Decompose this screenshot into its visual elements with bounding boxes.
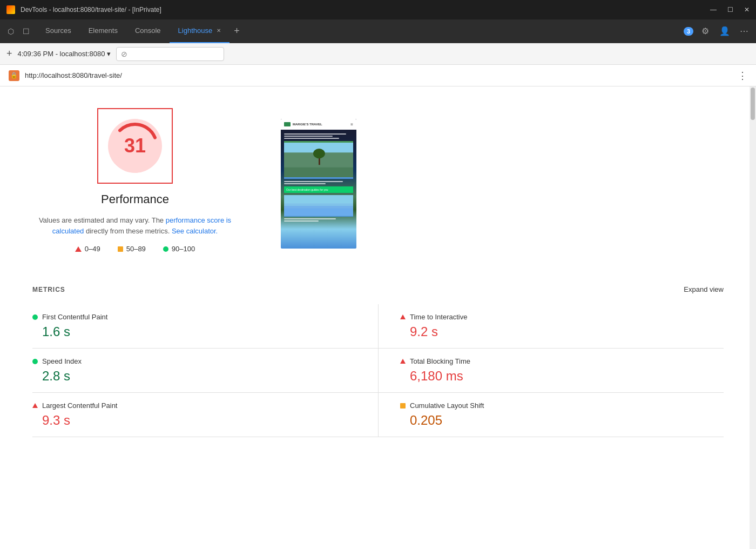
- title-bar-controls: — ☐ ✕: [710, 6, 750, 14]
- metric-cls: Cumulative Layout Shift 0.205: [378, 393, 724, 437]
- tabs: Sources Elements Console Lighthouse ✕ +: [37, 19, 244, 43]
- svg-point-6: [313, 149, 325, 158]
- site-logo: [284, 122, 291, 126]
- address-url-box[interactable]: ⊘: [116, 47, 224, 61]
- tab-console[interactable]: Console: [126, 19, 170, 43]
- metric-tti-name: Time to Interactive: [410, 313, 467, 321]
- address-add-button[interactable]: +: [6, 48, 12, 59]
- metric-cls-name: Cumulative Layout Shift: [410, 401, 484, 410]
- profile-icon[interactable]: 👤: [717, 24, 732, 39]
- metric-good-icon: [32, 314, 38, 320]
- square-icon: [118, 246, 123, 252]
- content-area: 31 Performance Values are estimated and …: [0, 86, 756, 549]
- score-circle: 31: [108, 119, 162, 173]
- tab-bar-right: 3 ⚙ 👤 ⋯: [684, 24, 752, 39]
- tab-sources[interactable]: Sources: [37, 19, 80, 43]
- score-legend: 0–49 50–89 90–100: [75, 245, 195, 253]
- metric-good-icon-2: [32, 359, 38, 364]
- metric-tti: Time to Interactive 9.2 s: [378, 304, 724, 349]
- inspect-icon[interactable]: ☐: [19, 25, 32, 38]
- triangle-icon: [75, 246, 82, 252]
- tab-lighthouse[interactable]: Lighthouse ✕: [170, 19, 230, 43]
- scrollbar-thumb[interactable]: [751, 88, 755, 120]
- close-button[interactable]: ✕: [744, 6, 750, 14]
- tab-elements[interactable]: Elements: [80, 19, 126, 43]
- main-content: 31 Performance Values are estimated and …: [0, 86, 756, 549]
- performance-score-card: 31: [97, 108, 173, 184]
- page-menu-icon[interactable]: ⋮: [738, 70, 747, 82]
- metric-tti-value: 9.2 s: [410, 324, 724, 339]
- metric-tti-header: Time to Interactive: [400, 313, 724, 321]
- metric-tbt-value: 6,180 ms: [410, 369, 724, 384]
- screenshot-bottom-image: [284, 195, 353, 217]
- tab-add-button[interactable]: +: [230, 19, 244, 43]
- expand-view-button[interactable]: Expand view: [684, 285, 724, 293]
- calculator-link[interactable]: See calculator.: [172, 227, 218, 235]
- title-bar: DevTools - localhost:8080/travel-site/ -…: [0, 0, 756, 19]
- performance-title: Performance: [101, 192, 169, 206]
- lock-icon: 🔒: [9, 70, 19, 81]
- metric-tbt: Total Blocking Time 6,180 ms: [378, 349, 724, 393]
- metric-lcp-header: Largest Contentful Paint: [32, 401, 356, 410]
- settings-icon[interactable]: ⚙: [698, 24, 713, 39]
- legend-good: 90–100: [163, 245, 195, 253]
- metric-bad-icon-3: [32, 403, 38, 408]
- scrollbar[interactable]: [750, 86, 756, 549]
- title-bar-text: DevTools - localhost:8080/travel-site/ -…: [21, 6, 161, 14]
- minimize-button[interactable]: —: [710, 6, 717, 14]
- metric-tbt-header: Total Blocking Time: [400, 357, 724, 365]
- metric-si: Speed Index 2.8 s: [32, 349, 378, 393]
- tab-bar-left: ⬡ ☐: [4, 25, 32, 38]
- metric-bad-icon: [400, 314, 406, 319]
- metric-cls-value: 0.205: [410, 413, 724, 428]
- circle-icon: [163, 246, 168, 252]
- more-icon[interactable]: ⋯: [737, 24, 752, 39]
- legend-medium-label: 50–89: [126, 245, 146, 253]
- score-number: 31: [124, 135, 146, 157]
- screenshot-image: MARGIE'S TRAVEL ≡: [281, 119, 356, 249]
- metrics-title: METRICS: [32, 286, 65, 293]
- screenshot-landscape: [284, 141, 353, 179]
- metrics-section: METRICS Expand view First Contentful Pai…: [32, 285, 724, 437]
- tab-lighthouse-label: Lighthouse: [178, 26, 213, 35]
- address-bar: + 4:09:36 PM - localhost:8080 ▾ ⊘: [0, 43, 756, 65]
- metrics-header: METRICS Expand view: [32, 285, 724, 293]
- metric-si-header: Speed Index: [32, 357, 356, 365]
- devtools-icon: [6, 5, 15, 14]
- metric-si-name: Speed Index: [42, 357, 82, 365]
- performance-left: 31 Performance Values are estimated and …: [32, 108, 238, 253]
- metric-fcp-header: First Contentful Paint: [32, 313, 356, 321]
- svg-rect-9: [284, 203, 353, 208]
- screenshot-cta-bar: Our best destination guides for you: [284, 186, 353, 193]
- page-url-bar: 🔒 http://localhost:8080/travel-site/ ⋮: [0, 65, 756, 86]
- metric-cls-header: Cumulative Layout Shift: [400, 401, 724, 410]
- metric-fcp: First Contentful Paint 1.6 s: [32, 304, 378, 349]
- screenshot-preview: MARGIE'S TRAVEL ≡: [281, 119, 356, 249]
- maximize-button[interactable]: ☐: [727, 6, 733, 14]
- metric-si-value: 2.8 s: [42, 369, 356, 384]
- metric-lcp-value: 9.3 s: [42, 413, 356, 428]
- screenshot-header: MARGIE'S TRAVEL ≡: [281, 119, 356, 130]
- screen-cast-icon[interactable]: ⬡: [4, 25, 17, 38]
- tab-console-label: Console: [135, 26, 161, 35]
- legend-bad-label: 0–49: [85, 245, 100, 253]
- metric-fcp-value: 1.6 s: [42, 324, 356, 339]
- page-url-text: http://localhost:8080/travel-site/: [25, 71, 122, 79]
- performance-description: Values are estimated and may vary. The p…: [32, 215, 238, 236]
- cancel-icon[interactable]: ⊘: [121, 50, 127, 58]
- tab-sources-label: Sources: [45, 26, 71, 35]
- performance-section: 31 Performance Values are estimated and …: [32, 108, 724, 253]
- address-time: 4:09:36 PM - localhost:8080 ▾: [18, 50, 111, 58]
- tab-bar: ⬡ ☐ Sources Elements Console Lighthouse …: [0, 19, 756, 43]
- tab-close-icon[interactable]: ✕: [217, 28, 221, 34]
- metric-fcp-name: First Contentful Paint: [42, 313, 107, 321]
- metric-lcp: Largest Contentful Paint 9.3 s: [32, 393, 378, 437]
- metrics-grid: First Contentful Paint 1.6 s Time to Int…: [32, 304, 724, 437]
- legend-good-label: 90–100: [172, 245, 195, 253]
- metric-medium-icon: [400, 403, 406, 409]
- tab-elements-label: Elements: [89, 26, 118, 35]
- legend-bad: 0–49: [75, 245, 100, 253]
- notification-badge: 3: [684, 27, 693, 36]
- metric-bad-icon-2: [400, 359, 406, 364]
- metric-lcp-name: Largest Contentful Paint: [42, 401, 117, 410]
